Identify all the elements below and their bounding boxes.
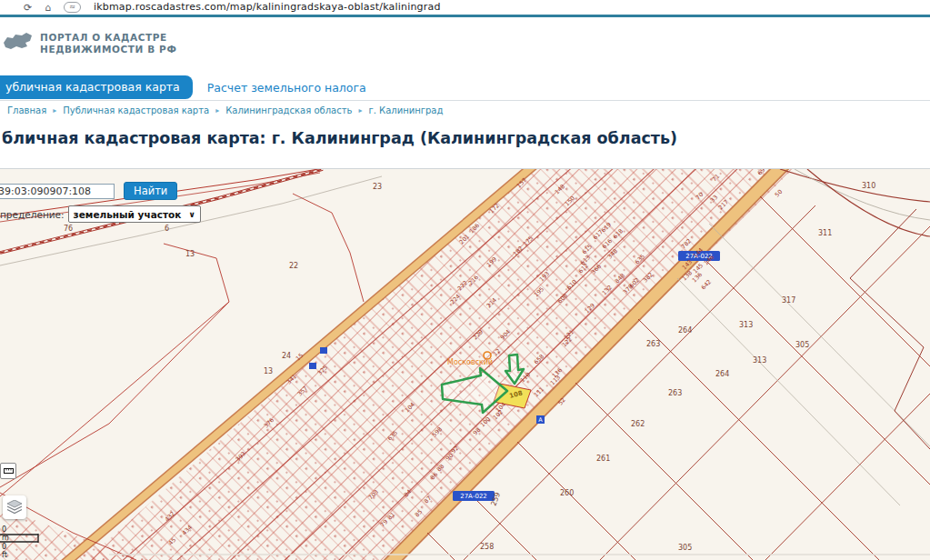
poi-marker-icon[interactable]	[320, 347, 327, 354]
object-type-filter: пределение: земельный участок ∨	[0, 205, 201, 223]
breadcrumb-item[interactable]: Калининградская область	[225, 105, 352, 115]
parcel-number-label: 264	[678, 326, 692, 335]
parcel-number-label: 317	[782, 296, 795, 305]
parcel-number-label: 13	[185, 250, 195, 258]
parcel-number-label: 261	[596, 455, 610, 463]
measure-tool-button[interactable]	[0, 463, 16, 479]
parcel-number-label: 262	[631, 420, 645, 428]
parcel-number-label: 310	[862, 182, 875, 190]
cadastral-map[interactable]: А 27А-022 27А-022 Московский 76613232224…	[0, 168, 930, 560]
object-type-select[interactable]: земельный участок ∨	[68, 205, 201, 223]
address-bar-url[interactable]: ikbmap.roscadastres.com/map/kaliningrads…	[94, 1, 441, 13]
site-top-border	[0, 15, 930, 17]
page-title: бличная кадастровая карта: г. Калинингра…	[2, 129, 677, 147]
street-label: Московский	[447, 358, 493, 366]
ruler-icon	[4, 467, 14, 475]
breadcrumb-item[interactable]: г. Калининград	[368, 105, 443, 115]
parcel-number-label: 313	[739, 321, 753, 329]
selected-option: земельный участок	[74, 209, 182, 220]
parcel-number-label: 263	[668, 389, 682, 397]
parcel-number-label: 22	[289, 262, 298, 270]
scale-feet: 0 ft	[2, 543, 7, 559]
breadcrumb-item[interactable]: Публичная кадастровая карта	[63, 105, 209, 115]
parcel-number-label: 263	[646, 340, 660, 348]
parcel-number-label: 24	[282, 352, 291, 360]
reload-icon[interactable]: ⟳	[24, 3, 32, 13]
parcel-number-label: 6	[165, 225, 169, 233]
russia-map-icon	[2, 30, 33, 57]
breadcrumb-separator-icon: ▸	[358, 106, 362, 115]
parcel-number-label: 260	[560, 489, 574, 497]
parcel-search: Найти	[0, 182, 177, 200]
parcel-number-label: 264	[715, 370, 729, 378]
chevron-down-icon: ∨	[188, 210, 195, 219]
parcel-number-label: 305	[678, 544, 692, 552]
tab-land-tax-calc[interactable]: Расчет земельного налога	[193, 76, 381, 99]
logo-text: ПОРТАЛ О КАДАСТРЕ НЕДВИЖИМОСТИ В РФ	[40, 32, 176, 55]
svg-text:А: А	[538, 416, 543, 424]
site-info-icon[interactable]: ≈	[64, 2, 81, 13]
parcel-number-label: 13	[264, 367, 273, 375]
parcel-number-label: 23	[373, 183, 382, 191]
layers-icon	[6, 500, 23, 515]
parcel-number-label: 313	[753, 356, 766, 365]
browser-toolbar: ⟳ ⌂ ≈ ikbmap.roscadastres.com/map/kalini…	[0, 0, 930, 14]
layers-button[interactable]	[3, 495, 26, 519]
tab-public-cadastral-map[interactable]: убличная кадастровая карта	[0, 75, 193, 99]
bus-stop-icon[interactable]: А	[536, 415, 545, 424]
parcel-number-label: 311	[818, 229, 832, 237]
breadcrumb-item[interactable]: Главная	[7, 105, 46, 115]
main-tabs: убличная кадастровая карта Расчет земель…	[0, 75, 381, 99]
road-sign: 27А-022	[453, 491, 495, 501]
site-logo[interactable]: ПОРТАЛ О КАДАСТРЕ НЕДВИЖИМОСТИ В РФ	[2, 30, 176, 57]
parcel-number-label: 76	[64, 225, 73, 233]
parcel-number-label: 258	[480, 543, 494, 551]
breadcrumb-separator-icon: ▸	[215, 106, 219, 115]
parcel-number-label: 305	[795, 341, 809, 349]
filter-label: пределение:	[0, 209, 65, 220]
search-input[interactable]	[0, 184, 115, 199]
breadcrumb-separator-icon: ▸	[53, 106, 56, 115]
road-sign-label: 27А-022	[460, 493, 487, 500]
search-button[interactable]: Найти	[124, 182, 177, 200]
divider	[0, 100, 930, 101]
page: { "browser": { "url": "ikbmap.roscadastr…	[0, 0, 930, 560]
map-canvas[interactable]: А 27А-022 27А-022 Московский 76613232224…	[0, 169, 930, 560]
scale-line	[0, 534, 42, 543]
poi-marker-icon[interactable]	[309, 363, 316, 369]
home-icon[interactable]: ⌂	[45, 3, 51, 13]
breadcrumb: Главная▸Публичная кадастровая карта▸Кали…	[7, 105, 443, 115]
